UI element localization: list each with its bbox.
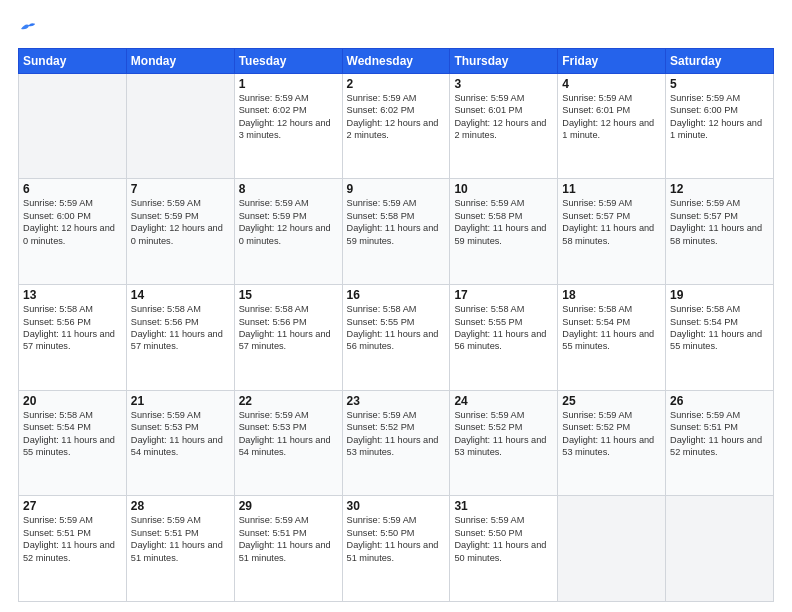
weekday-header-sunday: Sunday [19,48,127,73]
calendar-cell: 18Sunrise: 5:58 AM Sunset: 5:54 PM Dayli… [558,285,666,391]
day-info: Sunrise: 5:59 AM Sunset: 6:00 PM Dayligh… [670,92,769,142]
day-number: 8 [239,182,338,196]
day-number: 6 [23,182,122,196]
calendar-cell: 6Sunrise: 5:59 AM Sunset: 6:00 PM Daylig… [19,179,127,285]
day-info: Sunrise: 5:58 AM Sunset: 5:56 PM Dayligh… [23,303,122,353]
day-number: 19 [670,288,769,302]
day-info: Sunrise: 5:59 AM Sunset: 5:51 PM Dayligh… [131,514,230,564]
calendar-cell: 11Sunrise: 5:59 AM Sunset: 5:57 PM Dayli… [558,179,666,285]
day-info: Sunrise: 5:59 AM Sunset: 5:59 PM Dayligh… [239,197,338,247]
day-number: 5 [670,77,769,91]
day-number: 29 [239,499,338,513]
calendar-cell: 2Sunrise: 5:59 AM Sunset: 6:02 PM Daylig… [342,73,450,179]
day-number: 16 [347,288,446,302]
day-number: 11 [562,182,661,196]
weekday-header-thursday: Thursday [450,48,558,73]
calendar-cell: 7Sunrise: 5:59 AM Sunset: 5:59 PM Daylig… [126,179,234,285]
day-info: Sunrise: 5:59 AM Sunset: 5:57 PM Dayligh… [562,197,661,247]
day-info: Sunrise: 5:58 AM Sunset: 5:54 PM Dayligh… [23,409,122,459]
day-info: Sunrise: 5:59 AM Sunset: 5:52 PM Dayligh… [454,409,553,459]
week-row-4: 20Sunrise: 5:58 AM Sunset: 5:54 PM Dayli… [19,390,774,496]
day-number: 20 [23,394,122,408]
calendar-cell [558,496,666,602]
week-row-2: 6Sunrise: 5:59 AM Sunset: 6:00 PM Daylig… [19,179,774,285]
week-row-5: 27Sunrise: 5:59 AM Sunset: 5:51 PM Dayli… [19,496,774,602]
calendar-cell: 8Sunrise: 5:59 AM Sunset: 5:59 PM Daylig… [234,179,342,285]
day-number: 25 [562,394,661,408]
calendar-cell: 25Sunrise: 5:59 AM Sunset: 5:52 PM Dayli… [558,390,666,496]
day-info: Sunrise: 5:59 AM Sunset: 5:58 PM Dayligh… [347,197,446,247]
weekday-header-tuesday: Tuesday [234,48,342,73]
day-info: Sunrise: 5:59 AM Sunset: 6:02 PM Dayligh… [239,92,338,142]
calendar-cell: 15Sunrise: 5:58 AM Sunset: 5:56 PM Dayli… [234,285,342,391]
calendar-cell: 10Sunrise: 5:59 AM Sunset: 5:58 PM Dayli… [450,179,558,285]
calendar-cell: 19Sunrise: 5:58 AM Sunset: 5:54 PM Dayli… [666,285,774,391]
week-row-3: 13Sunrise: 5:58 AM Sunset: 5:56 PM Dayli… [19,285,774,391]
calendar-table: SundayMondayTuesdayWednesdayThursdayFrid… [18,48,774,602]
calendar-cell: 4Sunrise: 5:59 AM Sunset: 6:01 PM Daylig… [558,73,666,179]
weekday-header-friday: Friday [558,48,666,73]
calendar-cell: 14Sunrise: 5:58 AM Sunset: 5:56 PM Dayli… [126,285,234,391]
calendar-cell [19,73,127,179]
calendar-cell: 30Sunrise: 5:59 AM Sunset: 5:50 PM Dayli… [342,496,450,602]
day-info: Sunrise: 5:58 AM Sunset: 5:54 PM Dayligh… [670,303,769,353]
day-number: 31 [454,499,553,513]
calendar-cell [126,73,234,179]
header [18,18,774,38]
day-info: Sunrise: 5:59 AM Sunset: 5:52 PM Dayligh… [562,409,661,459]
calendar-cell: 3Sunrise: 5:59 AM Sunset: 6:01 PM Daylig… [450,73,558,179]
day-number: 17 [454,288,553,302]
calendar-cell: 22Sunrise: 5:59 AM Sunset: 5:53 PM Dayli… [234,390,342,496]
day-number: 7 [131,182,230,196]
day-info: Sunrise: 5:59 AM Sunset: 5:52 PM Dayligh… [347,409,446,459]
day-info: Sunrise: 5:59 AM Sunset: 5:53 PM Dayligh… [131,409,230,459]
day-number: 12 [670,182,769,196]
day-info: Sunrise: 5:59 AM Sunset: 5:51 PM Dayligh… [23,514,122,564]
day-info: Sunrise: 5:59 AM Sunset: 6:02 PM Dayligh… [347,92,446,142]
day-number: 15 [239,288,338,302]
day-number: 18 [562,288,661,302]
day-number: 9 [347,182,446,196]
day-number: 21 [131,394,230,408]
calendar-cell [666,496,774,602]
day-info: Sunrise: 5:59 AM Sunset: 5:51 PM Dayligh… [239,514,338,564]
calendar-cell: 17Sunrise: 5:58 AM Sunset: 5:55 PM Dayli… [450,285,558,391]
day-info: Sunrise: 5:59 AM Sunset: 5:59 PM Dayligh… [131,197,230,247]
day-info: Sunrise: 5:59 AM Sunset: 5:53 PM Dayligh… [239,409,338,459]
day-number: 4 [562,77,661,91]
day-number: 23 [347,394,446,408]
day-info: Sunrise: 5:59 AM Sunset: 6:01 PM Dayligh… [562,92,661,142]
week-row-1: 1Sunrise: 5:59 AM Sunset: 6:02 PM Daylig… [19,73,774,179]
day-info: Sunrise: 5:58 AM Sunset: 5:56 PM Dayligh… [131,303,230,353]
calendar-cell: 23Sunrise: 5:59 AM Sunset: 5:52 PM Dayli… [342,390,450,496]
day-info: Sunrise: 5:59 AM Sunset: 6:00 PM Dayligh… [23,197,122,247]
calendar-cell: 13Sunrise: 5:58 AM Sunset: 5:56 PM Dayli… [19,285,127,391]
calendar-cell: 5Sunrise: 5:59 AM Sunset: 6:00 PM Daylig… [666,73,774,179]
calendar-page: SundayMondayTuesdayWednesdayThursdayFrid… [0,0,792,612]
day-number: 28 [131,499,230,513]
calendar-cell: 16Sunrise: 5:58 AM Sunset: 5:55 PM Dayli… [342,285,450,391]
day-number: 10 [454,182,553,196]
day-info: Sunrise: 5:58 AM Sunset: 5:55 PM Dayligh… [347,303,446,353]
day-info: Sunrise: 5:58 AM Sunset: 5:54 PM Dayligh… [562,303,661,353]
day-number: 2 [347,77,446,91]
day-info: Sunrise: 5:58 AM Sunset: 5:56 PM Dayligh… [239,303,338,353]
calendar-cell: 1Sunrise: 5:59 AM Sunset: 6:02 PM Daylig… [234,73,342,179]
calendar-cell: 9Sunrise: 5:59 AM Sunset: 5:58 PM Daylig… [342,179,450,285]
calendar-cell: 29Sunrise: 5:59 AM Sunset: 5:51 PM Dayli… [234,496,342,602]
calendar-cell: 24Sunrise: 5:59 AM Sunset: 5:52 PM Dayli… [450,390,558,496]
day-info: Sunrise: 5:58 AM Sunset: 5:55 PM Dayligh… [454,303,553,353]
day-number: 24 [454,394,553,408]
day-number: 1 [239,77,338,91]
day-number: 22 [239,394,338,408]
calendar-cell: 28Sunrise: 5:59 AM Sunset: 5:51 PM Dayli… [126,496,234,602]
calendar-cell: 21Sunrise: 5:59 AM Sunset: 5:53 PM Dayli… [126,390,234,496]
logo [18,18,39,38]
day-info: Sunrise: 5:59 AM Sunset: 5:58 PM Dayligh… [454,197,553,247]
calendar-cell: 27Sunrise: 5:59 AM Sunset: 5:51 PM Dayli… [19,496,127,602]
weekday-header-row: SundayMondayTuesdayWednesdayThursdayFrid… [19,48,774,73]
calendar-cell: 26Sunrise: 5:59 AM Sunset: 5:51 PM Dayli… [666,390,774,496]
weekday-header-monday: Monday [126,48,234,73]
calendar-cell: 12Sunrise: 5:59 AM Sunset: 5:57 PM Dayli… [666,179,774,285]
day-number: 26 [670,394,769,408]
